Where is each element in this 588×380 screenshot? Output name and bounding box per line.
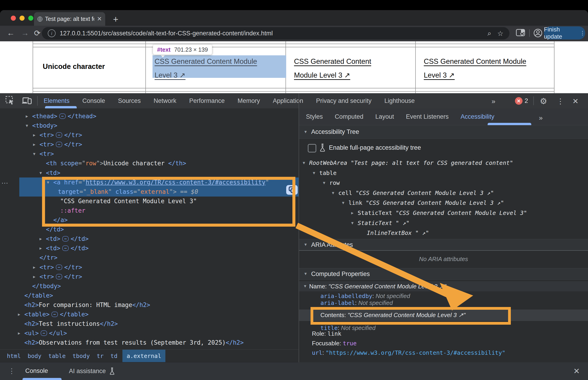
ax-tree-row[interactable]: ▼row bbox=[299, 178, 588, 188]
reload-icon[interactable]: ⟳ bbox=[34, 28, 41, 38]
dom-tree-row[interactable]: ▶<ul>⋯</ul> bbox=[0, 329, 299, 338]
breadcrumb-table[interactable]: table bbox=[48, 350, 65, 362]
dom-tree-row[interactable]: ▶<td>⋯</td> bbox=[0, 244, 299, 253]
new-tab-button[interactable]: + bbox=[113, 14, 118, 25]
triangle-down-icon[interactable]: ▼ bbox=[313, 168, 315, 178]
triangle-right-icon[interactable]: ▶ bbox=[33, 131, 35, 140]
triangle-down-icon[interactable]: ▼ bbox=[342, 198, 344, 208]
breadcrumb-html[interactable]: html bbox=[7, 350, 21, 362]
sidebar-tab-styles[interactable]: Styles bbox=[306, 113, 323, 120]
devtools-tab-memory[interactable]: Memory bbox=[237, 97, 260, 104]
omnibox[interactable]: i 127.0.0.1:5501/src/assets/code/alt-tex… bbox=[42, 27, 510, 39]
profile-avatar-icon[interactable] bbox=[533, 28, 543, 38]
dom-tree-row[interactable]: ▼<td> bbox=[0, 168, 299, 178]
browser-tab[interactable]: Test page: alt text for CSS ge ✕ bbox=[34, 12, 105, 26]
breadcrumb-body[interactable]: body bbox=[28, 350, 41, 362]
devtools-menu-kebab-icon[interactable]: ⋮ bbox=[557, 97, 564, 106]
dom-tree-row[interactable]: target="_blank" class="external"> == $0 bbox=[0, 187, 299, 197]
tab-close-icon[interactable]: ✕ bbox=[97, 15, 102, 22]
computed-property-row[interactable]: Contents: "CSS Generated Content Module … bbox=[320, 310, 465, 320]
section-accessibility-tree[interactable]: ▼ Accessibility Tree bbox=[299, 125, 588, 139]
drawer-tab-console[interactable]: Console bbox=[25, 367, 48, 375]
triangle-right-icon[interactable]: ▶ bbox=[33, 140, 35, 149]
dom-tree-row[interactable]: ▶<table>⋯</table> bbox=[0, 310, 299, 319]
triangle-right-icon[interactable]: ▶ bbox=[18, 329, 20, 338]
breadcrumb-tbody[interactable]: tbody bbox=[73, 350, 90, 362]
devtools-tab-network[interactable]: Network bbox=[154, 97, 176, 104]
tab-search-panel-icon[interactable] bbox=[516, 29, 526, 37]
breadcrumb-td[interactable]: td bbox=[111, 350, 117, 362]
selected-node-adorner-icon[interactable] bbox=[286, 185, 298, 195]
dom-tree-row[interactable]: <h2>Observations from test results (Sept… bbox=[0, 338, 299, 347]
dom-tree-row[interactable]: </table> bbox=[0, 291, 299, 300]
dom-tree-row[interactable]: </td> bbox=[0, 225, 299, 234]
inspect-element-icon[interactable] bbox=[5, 95, 15, 106]
drawer-menu-kebab-icon[interactable]: ⋮ bbox=[8, 367, 15, 375]
computed-property-row[interactable]: Focusable: true bbox=[312, 338, 357, 349]
triangle-down-icon[interactable]: ▼ bbox=[47, 178, 49, 187]
dom-tree-row[interactable]: </tbody> bbox=[0, 282, 299, 291]
sidebar-tab-layout[interactable]: Layout bbox=[375, 113, 394, 120]
triangle-down-icon[interactable]: ▼ bbox=[303, 158, 305, 168]
dom-tree-row[interactable]: ▶<tr>⋯</tr> bbox=[0, 131, 299, 140]
computed-property-row[interactable]: ▼Name: "CSS Generated Content Module Lev… bbox=[309, 281, 446, 291]
ax-tree-row[interactable]: ▼link "CSS Generated Content Module Leve… bbox=[299, 198, 588, 208]
devtools-tab-performance[interactable]: Performance bbox=[189, 97, 225, 104]
minimize-window-button[interactable] bbox=[20, 16, 25, 21]
enable-fullpage-ax-label[interactable]: Enable full-page accessibility tree bbox=[329, 144, 421, 151]
sidebar-tab-accessibility[interactable]: Accessibility bbox=[461, 113, 494, 120]
ax-tree-row[interactable]: ▼cell "CSS Generated Content Module Leve… bbox=[299, 188, 588, 198]
enable-fullpage-ax-checkbox[interactable] bbox=[308, 144, 316, 152]
dom-tree-row[interactable]: ▶<tr>⋯</tr> bbox=[0, 140, 299, 149]
section-computed-properties[interactable]: ▼ Computed Properties bbox=[299, 268, 588, 280]
devtools-tab-lighthouse[interactable]: Lighthouse bbox=[385, 97, 415, 104]
bookmark-star-icon[interactable]: ☆ bbox=[497, 29, 504, 38]
drawer-tab-ai-assistance[interactable]: AI assistance bbox=[69, 367, 115, 375]
ax-tree-row[interactable]: ▼RootWebArea "Test page: alt text for CS… bbox=[299, 158, 588, 168]
url-text[interactable]: 127.0.0.1:5501/src/assets/code/alt-text-… bbox=[60, 30, 273, 37]
dom-tree-row[interactable]: ▶<tr>⋯</tr> bbox=[0, 272, 299, 282]
sidebar-more-tabs-icon[interactable]: » bbox=[539, 114, 543, 122]
triangle-down-icon[interactable]: ▼ bbox=[39, 168, 42, 178]
page-link[interactable]: CSS Generated Content ModuleLevel 3 ↗ bbox=[424, 55, 526, 82]
ax-tree-row[interactable]: InlineTextBox " ↗" bbox=[299, 228, 588, 238]
dom-tree-row[interactable]: ▼<a href="https://www.w3.org/TR/css-cont… bbox=[0, 178, 299, 187]
device-toolbar-icon[interactable] bbox=[21, 95, 33, 106]
computed-property-row[interactable]: url: "https://www.w3.org/TR/css-content-… bbox=[312, 348, 505, 358]
triangle-right-icon[interactable]: ▶ bbox=[33, 263, 35, 272]
page-link-selected[interactable]: CSS Generated Content ModuleLevel 3 ↗ bbox=[155, 55, 257, 82]
finish-update-button[interactable]: Finish update ⋮ bbox=[544, 26, 585, 39]
devtools-settings-gear-icon[interactable]: ⚙ bbox=[540, 96, 547, 106]
site-info-icon[interactable]: i bbox=[48, 29, 56, 37]
triangle-down-icon[interactable]: ▼ bbox=[303, 281, 307, 291]
triangle-right-icon[interactable]: ▶ bbox=[26, 112, 28, 121]
computed-property-row[interactable]: aria-label: Not specified bbox=[320, 298, 393, 308]
ax-tree-row[interactable]: ▶StaticText "CSS Generated Content Modul… bbox=[299, 208, 588, 218]
devtools-close-icon[interactable]: ✕ bbox=[572, 97, 579, 106]
devtools-tab-elements[interactable]: Elements bbox=[44, 97, 70, 104]
triangle-down-icon[interactable]: ▼ bbox=[332, 188, 334, 198]
drawer-close-icon[interactable]: ✕ bbox=[573, 366, 580, 376]
zoom-page-icon[interactable]: ⌕ bbox=[487, 29, 491, 38]
ax-tree-row[interactable]: ▼table bbox=[299, 168, 588, 178]
dom-tree-row[interactable]: <h2>For comparison: HTML image</h2> bbox=[0, 300, 299, 310]
dom-tree-row[interactable]: ▶<tr>⋯</tr> bbox=[0, 263, 299, 272]
triangle-right-icon[interactable]: ▶ bbox=[351, 208, 353, 218]
breadcrumb-a.external[interactable]: a.external bbox=[122, 350, 165, 362]
breadcrumb-tr[interactable]: tr bbox=[97, 350, 104, 362]
page-link[interactable]: CSS Generated ContentModule Level 3 ↗ bbox=[294, 55, 371, 82]
triangle-down-icon[interactable]: ▼ bbox=[33, 149, 35, 159]
triangle-down-icon[interactable]: ▼ bbox=[26, 121, 28, 131]
close-window-button[interactable] bbox=[11, 16, 16, 21]
zoom-window-button[interactable] bbox=[28, 16, 33, 21]
sidebar-tab-event-listeners[interactable]: Event Listeners bbox=[406, 113, 449, 120]
devtools-tab-console[interactable]: Console bbox=[82, 97, 105, 104]
triangle-down-icon[interactable]: ▼ bbox=[351, 218, 353, 228]
section-aria-attributes[interactable]: ▼ ARIA Attributes bbox=[299, 239, 588, 250]
dom-tree-row[interactable]: ▼<tr> bbox=[0, 149, 299, 159]
dom-tree-row[interactable]: ▶<thead>⋯</thead> bbox=[0, 112, 299, 121]
sidebar-tab-computed[interactable]: Computed bbox=[335, 113, 364, 120]
error-count[interactable]: 2 bbox=[525, 97, 528, 104]
dom-tree-row[interactable]: "CSS Generated Content Module Level 3" bbox=[0, 197, 299, 206]
finish-update-menu-icon[interactable]: ⋮ bbox=[580, 30, 585, 36]
